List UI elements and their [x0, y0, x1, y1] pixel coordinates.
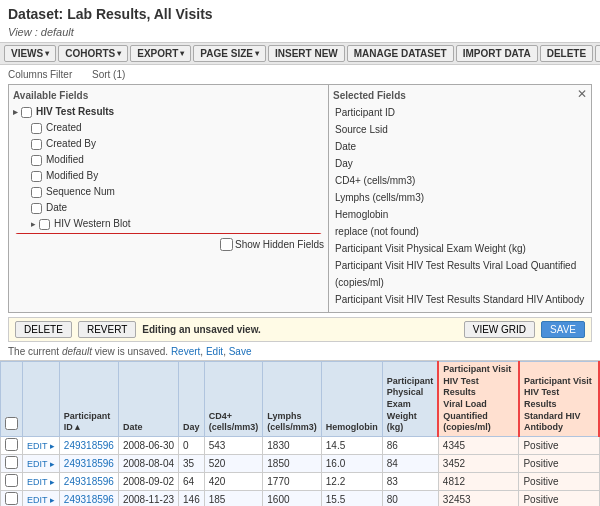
cohorts-caret: ▾	[117, 49, 121, 58]
views-caret: ▾	[45, 49, 49, 58]
col-header-actions	[23, 362, 60, 437]
col-header-checkbox	[1, 362, 23, 437]
table-body: EDIT ▸ 249318596 2008-06-30 0 543 1830 1…	[1, 437, 600, 506]
save-link[interactable]: Save	[229, 346, 252, 357]
tree-item-modified: Modified	[13, 152, 324, 168]
row-cd4: 543	[204, 437, 263, 455]
tree-checkbox-created[interactable]	[31, 123, 42, 134]
row-cd4: 420	[204, 473, 263, 491]
data-table: ParticipantID ▴ Date Day CD4+(cells/mm3)…	[0, 361, 600, 506]
view-grid-button[interactable]: VIEW GRID	[464, 321, 535, 338]
row-weight: 84	[382, 455, 438, 473]
row-date: 2008-09-02	[118, 473, 178, 491]
field-panel: Available Fields ▸ HIV Test Results Crea…	[8, 84, 592, 313]
row-hgb: 15.5	[321, 491, 382, 506]
row-vload: 4345	[438, 437, 519, 455]
col-header-date[interactable]: Date	[118, 362, 178, 437]
row-hgb: 12.2	[321, 473, 382, 491]
row-edit[interactable]: EDIT ▸	[23, 491, 60, 506]
selected-fields-panel: Selected Fields Participant ID Source Ls…	[329, 85, 591, 312]
revert-link[interactable]: Revert	[171, 346, 200, 357]
row-day: 0	[179, 437, 205, 455]
col-header-weight[interactable]: ParticipantPhysicalExamWeight(kg)	[382, 362, 438, 437]
available-fields-panel: Available Fields ▸ HIV Test Results Crea…	[9, 85, 329, 312]
edit-delete-button[interactable]: DELETE	[15, 321, 72, 338]
tree-item-modified-by: Modified By	[13, 168, 324, 184]
filter-label: Filter	[50, 69, 88, 80]
tree-checkbox-created-by[interactable]	[31, 139, 42, 150]
view-label: View : default	[0, 24, 600, 42]
tree-checkbox-western-blot[interactable]	[39, 219, 50, 230]
row-checkbox[interactable]	[1, 473, 23, 491]
export-button[interactable]: EXPORT ▾	[130, 45, 191, 62]
tree-item-sequence-num: Sequence Num	[13, 184, 324, 200]
tree-checkbox-modified-by[interactable]	[31, 171, 42, 182]
field-tree-scroll[interactable]: ▸ HIV Test Results Created Created By Mo…	[13, 104, 324, 234]
row-edit[interactable]: EDIT ▸	[23, 455, 60, 473]
manage-dataset-button[interactable]: MANAGE DATASET	[347, 45, 454, 62]
row-pid: 249318596	[59, 473, 118, 491]
row-cd4: 520	[204, 455, 263, 473]
highlighted-fields-box: Standard HIV Antibody Viral Load >= < Vi…	[15, 233, 322, 234]
select-all-checkbox[interactable]	[5, 417, 18, 430]
row-lymphs: 1830	[263, 437, 322, 455]
row-vload: 32453	[438, 491, 519, 506]
tree-checkbox-hiv-test-results[interactable]	[21, 107, 32, 118]
edit-panel-title: Editing an unsaved view.	[142, 324, 457, 335]
selected-fields-header: Selected Fields	[333, 89, 587, 104]
row-day: 64	[179, 473, 205, 491]
show-hidden-checkbox[interactable]	[220, 238, 233, 251]
row-edit[interactable]: EDIT ▸	[23, 473, 60, 491]
col-header-antibody[interactable]: Participant Visit HIV TestResults Standa…	[519, 362, 599, 437]
row-lymphs: 1850	[263, 455, 322, 473]
available-fields-header: Available Fields	[13, 89, 324, 104]
col-header-pid[interactable]: ParticipantID ▴	[59, 362, 118, 437]
tree-checkbox-date[interactable]	[31, 203, 42, 214]
row-cd4: 185	[204, 491, 263, 506]
expand-icon[interactable]: ▸	[13, 105, 18, 119]
field-panel-close-button[interactable]: ✕	[577, 87, 587, 101]
row-lymphs: 1600	[263, 491, 322, 506]
columns-label: Columns	[8, 69, 46, 80]
export-caret: ▾	[180, 49, 184, 58]
row-antibody: Positive	[519, 437, 599, 455]
col-header-vload[interactable]: Participant Visit HIV TestResultsViral L…	[438, 362, 519, 437]
edit-link[interactable]: Edit	[206, 346, 223, 357]
row-checkbox[interactable]	[1, 455, 23, 473]
col-header-day[interactable]: Day	[179, 362, 205, 437]
row-checkbox[interactable]	[1, 437, 23, 455]
views-button[interactable]: VIEWS ▾	[4, 45, 56, 62]
selected-fields-list: Participant ID Source Lsid Date Day CD4+…	[333, 104, 587, 308]
row-edit[interactable]: EDIT ▸	[23, 437, 60, 455]
table-row: EDIT ▸ 249318596 2008-06-30 0 543 1830 1…	[1, 437, 600, 455]
tree-checkbox-sequence-num[interactable]	[31, 187, 42, 198]
row-pid: 249318596	[59, 491, 118, 506]
show-hidden-fields: Show Hidden Fields	[13, 238, 324, 251]
sort-label: Sort (1)	[92, 69, 130, 80]
tree-checkbox-modified[interactable]	[31, 155, 42, 166]
field-tree: ▸ HIV Test Results Created Created By Mo…	[13, 104, 324, 234]
row-pid: 249318596	[59, 437, 118, 455]
row-lymphs: 1770	[263, 473, 322, 491]
row-day: 146	[179, 491, 205, 506]
edit-revert-button[interactable]: REVERT	[78, 321, 136, 338]
col-header-cd4[interactable]: CD4+(cells/mm3)	[204, 362, 263, 437]
row-weight: 86	[382, 437, 438, 455]
edit-save-button[interactable]: SAVE	[541, 321, 585, 338]
insert-new-button[interactable]: INSERT NEW	[268, 45, 345, 62]
expand-western-blot-icon[interactable]: ▸	[31, 217, 36, 231]
table-row: EDIT ▸ 249318596 2008-08-04 35 520 1850 …	[1, 455, 600, 473]
row-vload: 4812	[438, 473, 519, 491]
import-data-button[interactable]: IMPORT DATA	[456, 45, 538, 62]
cohorts-button[interactable]: COHORTS ▾	[58, 45, 128, 62]
page-title: Dataset: Lab Results, All Visits	[0, 0, 600, 24]
table-row: EDIT ▸ 249318596 2008-11-23 146 185 1600…	[1, 491, 600, 506]
delete-button[interactable]: DELETE	[540, 45, 593, 62]
view-specimens-button[interactable]: VIEW SPECIMENS	[595, 45, 600, 62]
row-checkbox[interactable]	[1, 491, 23, 506]
row-antibody: Positive	[519, 491, 599, 506]
col-header-hgb[interactable]: Hemoglobin	[321, 362, 382, 437]
page-size-button[interactable]: PAGE SIZE ▾	[193, 45, 266, 62]
col-header-lymphs[interactable]: Lymphs(cells/mm3)	[263, 362, 322, 437]
row-weight: 83	[382, 473, 438, 491]
